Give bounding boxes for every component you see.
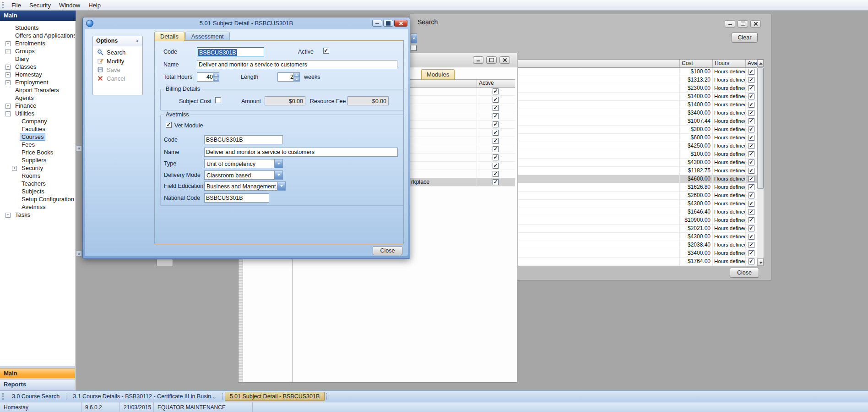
tab-details[interactable]: Details [154,32,184,41]
tree-item-diary[interactable]: Diary [0,55,75,63]
close-icon[interactable] [394,20,407,27]
available-checkbox[interactable] [749,159,754,165]
tree-item-groups[interactable]: +Groups [0,47,75,55]
tab-assessment[interactable]: Assessment [185,32,230,40]
course-row[interactable]: $300.00Hours defined b [518,126,757,134]
module-active-checkbox[interactable] [493,138,499,144]
dropdown-arrow-icon[interactable] [277,182,285,190]
expand-icon[interactable]: + [5,213,11,218]
course-row[interactable]: $100.00Hours defined b [518,68,757,76]
vertical-scrollbar[interactable] [757,60,764,266]
tree-item-label[interactable]: Homestay [14,71,43,78]
amount-field[interactable]: $0.00 [265,96,305,105]
dropdown-arrow-icon[interactable] [274,159,282,168]
tree-item-classes[interactable]: +Classes [0,63,75,71]
taskbar-tab-course-search[interactable]: 3.0 Course Search [7,392,64,401]
tree-item-employment[interactable]: +Employment [0,78,75,86]
tree-item-finance[interactable]: +Finance [0,102,75,110]
search-close-button[interactable]: Close [730,268,759,278]
tree-item-agents[interactable]: Agents [0,94,75,102]
tree-item-teachers[interactable]: Teachers [0,180,75,187]
collapse-panel-chevron-icon[interactable] [76,251,82,257]
available-checkbox[interactable] [749,234,754,240]
dropdown-arrow-icon[interactable] [274,171,282,179]
available-checkbox[interactable] [749,102,754,108]
expand-icon[interactable]: + [5,104,11,109]
scroll-down-icon[interactable] [757,258,764,266]
tree-item-avetmiss[interactable]: Avetmiss [0,203,75,211]
total-hours-input[interactable] [197,73,214,81]
available-checkbox[interactable] [749,217,754,223]
course-row[interactable]: $1400.00Hours defined b [518,101,757,109]
tree-item-courses[interactable]: Courses [0,133,75,141]
available-checkbox[interactable] [749,151,754,157]
tree-item-label[interactable]: Offers and Applications [14,32,75,39]
code-input[interactable]: BSBCUS301B [197,47,264,56]
vet-module-checkbox[interactable] [166,122,172,128]
column-header-name[interactable] [518,60,680,67]
tree-item-label[interactable]: Setup Configuration [20,196,75,203]
options-search[interactable]: Search [93,48,142,57]
module-active-checkbox[interactable] [493,146,499,152]
expand-icon[interactable]: + [5,72,11,77]
module-active-checkbox[interactable] [493,113,499,119]
available-checkbox[interactable] [749,242,754,248]
module-active-checkbox[interactable] [493,154,499,160]
module-active-checkbox[interactable] [493,121,499,127]
tree-item-airport-transfers[interactable]: Airport Transfers [0,86,75,94]
tree-item-label[interactable]: Price Books [20,149,54,156]
spin-up-icon[interactable] [293,73,299,77]
tree-item-label[interactable]: Faculties [20,126,47,132]
tree-item-label[interactable]: Agents [14,94,35,101]
available-checkbox[interactable] [749,201,754,207]
module-active-checkbox[interactable] [493,171,499,177]
course-row[interactable]: $4300.00Hours defined b [518,159,757,167]
collapse-icon[interactable]: - [5,111,11,116]
course-row[interactable]: $2600.00Hours defined b [518,192,757,200]
tree-item-faculties[interactable]: Faculties [0,125,75,133]
course-row[interactable]: $2300.00Hours defined b [518,84,757,93]
name-input[interactable] [197,60,397,69]
sidebar-reports-button[interactable]: Reports [0,379,75,389]
collapse-panel-chevron-icon[interactable] [76,145,82,151]
module-active-checkbox[interactable] [493,130,499,136]
tree-item-label[interactable]: Groups [14,48,36,55]
minimize-icon[interactable] [725,20,735,27]
tree-item-offers-and-applications[interactable]: Offers and Applications [0,32,75,39]
course-row[interactable]: $1400.00Hours defined b [518,93,757,101]
course-row[interactable]: $2021.00Hours defined b [518,225,757,233]
course-row[interactable]: $1764.00Hours defined b [518,258,757,266]
maximize-icon[interactable] [383,20,393,27]
scroll-up-icon[interactable] [757,60,764,67]
module-active-checkbox[interactable] [493,163,499,169]
tree-item-label[interactable]: Enrolments [14,40,47,47]
tree-item-label[interactable]: Tasks [14,211,32,218]
expand-icon[interactable]: + [5,41,11,46]
available-checkbox[interactable] [749,250,754,256]
active-checkbox[interactable] [323,48,329,54]
available-checkbox[interactable] [749,85,754,91]
spin-down-icon[interactable] [213,77,219,81]
column-header-cost[interactable]: Cost [680,60,713,67]
tree-item-label[interactable]: Finance [14,102,38,109]
module-active-checkbox[interactable] [493,179,499,185]
dialog-titlebar[interactable]: 5.01 Subject Detail - BSBCUS301B [85,17,408,29]
tree-item-security[interactable]: +Security [0,164,75,172]
menu-help[interactable]: Help [84,1,105,10]
module-active-checkbox[interactable] [493,97,499,103]
tree-item-price-books[interactable]: Price Books [0,148,75,156]
avetmiss-code-input[interactable] [204,135,283,144]
tree-item-label[interactable]: Students [14,24,40,31]
available-checkbox[interactable] [749,184,754,190]
tree-item-fees[interactable]: Fees [0,141,75,148]
minimize-icon[interactable] [473,56,483,64]
dialog-close-button[interactable]: Close [373,246,402,255]
tree-item-label[interactable]: Fees [20,141,36,148]
avetmiss-name-input[interactable] [204,148,398,157]
course-row[interactable]: $4250.00Hours defined b [518,142,757,150]
tree-item-setup-configuration[interactable]: Setup Configuration [0,195,75,203]
tree-item-label[interactable]: Employment [14,79,49,86]
course-row[interactable]: $4300.00Hours defined b [518,233,757,241]
menu-window[interactable]: Window [55,1,84,10]
sidebar-main-button[interactable]: Main [0,368,75,378]
